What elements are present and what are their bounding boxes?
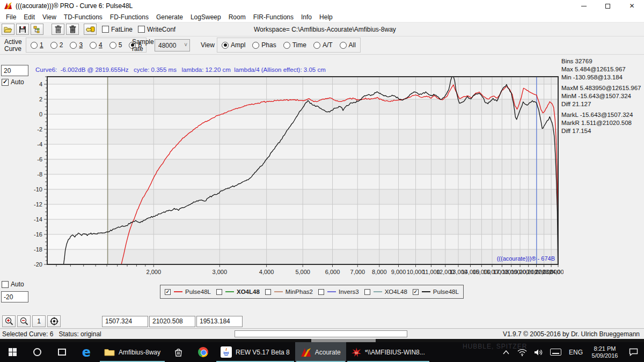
view-radio-time[interactable]: Time — [283, 41, 306, 49]
acourate-window: (((acourate)))® PRO - Curve 6: Pulse48L … — [0, 0, 644, 362]
legend-checkbox[interactable] — [364, 289, 370, 295]
stats-group: Bins 32769Max 5.484@12615.967Min -130.95… — [561, 57, 643, 82]
y-max-input[interactable]: 20 — [1, 65, 28, 76]
mark-width-value[interactable]: 19513.184 — [196, 316, 243, 327]
menu-item-help[interactable]: Help — [316, 12, 336, 22]
hand-icon — [86, 26, 95, 33]
cortana-search-button[interactable] — [25, 342, 49, 362]
delete-all-curves-button[interactable] — [66, 24, 79, 35]
menu-item-info[interactable]: Info — [297, 12, 316, 22]
view-radio-at[interactable]: A/T — [313, 41, 333, 49]
open-file-button[interactable] — [2, 24, 14, 35]
view-radio-ampl[interactable]: Ampl — [222, 41, 245, 49]
acourate-icon — [301, 348, 311, 357]
workspace-path-label: Workspace= C:\Amfibius-Acourate\Amfibius… — [254, 26, 396, 33]
close-button[interactable]: ✕ — [620, 0, 644, 12]
zoom-in-button[interactable] — [2, 315, 16, 327]
svg-text:-14: -14 — [34, 216, 42, 223]
tray-chevron-button[interactable] — [498, 342, 514, 362]
taskbar-item-rew[interactable]: REW V5.17 Beta 8 — [215, 342, 295, 362]
frequency-response-chart[interactable]: 2,0003,0004,0005,0006,0007,0008,0009,000… — [21, 75, 564, 285]
taskbar-item-amfibius-folder[interactable]: Amfibius-8way — [99, 342, 166, 362]
radio-icon — [70, 42, 77, 49]
stats-line: Diff 21.127 — [561, 100, 643, 108]
svg-text:5,000: 5,000 — [295, 269, 310, 275]
fatline-label: FatLine — [111, 26, 133, 33]
curve-radio-4[interactable]: 4 — [90, 41, 103, 49]
curve-radio-5[interactable]: 5 — [109, 41, 122, 49]
svg-text:4: 4 — [39, 81, 42, 87]
edge-browser-button[interactable]: e — [74, 342, 99, 362]
menu-item-fir-functions[interactable]: FIR-Functions — [250, 12, 297, 22]
taskbar-item-amfibius-win8[interactable]: 64 *\\AMFIBIUS-WIN8... — [346, 342, 430, 362]
legend-label: XO4L48 — [385, 289, 407, 295]
stats-line: Bins 32769 — [561, 57, 643, 65]
clock-button[interactable]: 8:21 PM 5/09/2016 — [587, 342, 623, 362]
minimize-button[interactable] — [572, 0, 596, 12]
legend-checkbox[interactable] — [413, 289, 419, 295]
touch-keyboard-button[interactable] — [546, 342, 565, 362]
task-view-button[interactable] — [49, 342, 74, 362]
curve-radio-2[interactable]: 2 — [50, 41, 63, 49]
stats-group: MaxM 5.483950@12615.967MinM -15.643@1507… — [561, 84, 643, 108]
clock-time: 8:21 PM — [592, 345, 618, 352]
stats-group: MarkL -15.643@1507.324MarkR 1.511@21020.… — [561, 111, 643, 135]
chrome-browser-button[interactable] — [191, 342, 215, 362]
status-text: Selected Curve: 6 Status: original — [2, 330, 101, 338]
legend-checkbox[interactable] — [216, 289, 222, 295]
volume-button[interactable] — [530, 342, 546, 362]
menu-item-fd-functions[interactable]: FD-Functions — [106, 12, 152, 22]
taskbar-item-label: Acourate — [315, 349, 341, 356]
marker-target-button[interactable] — [47, 315, 61, 327]
start-button[interactable] — [0, 342, 25, 362]
wifi-button[interactable] — [514, 342, 530, 362]
menu-item-generate[interactable]: Generate — [152, 12, 187, 22]
taskbar-item-acourate[interactable]: Acourate — [295, 342, 346, 362]
view-radio-all[interactable]: All — [340, 41, 356, 49]
delete-curve-button[interactable] — [52, 24, 64, 35]
y-min-auto-label: Auto — [11, 280, 24, 288]
menu-item-file[interactable]: File — [2, 12, 20, 22]
legend-item: Pulse48L — [165, 289, 211, 295]
chevron-up-icon — [503, 350, 509, 354]
clock-date: 5/09/2016 — [592, 352, 618, 359]
legend-checkbox[interactable] — [165, 289, 171, 295]
sample-rate-select[interactable]: 48000 ˅ — [155, 39, 190, 51]
active-curve-group: 123456 — [26, 38, 147, 53]
maximize-button[interactable] — [596, 0, 620, 12]
target-icon — [50, 317, 58, 326]
view-radio-phas[interactable]: Phas — [252, 41, 276, 49]
legend-item: Pulse48L — [413, 289, 459, 295]
stats-line: Min -130.958@13.184 — [561, 73, 643, 82]
curve-radio-3[interactable]: 3 — [70, 41, 83, 49]
fatline-checkbox[interactable] — [102, 26, 109, 33]
y-min-input[interactable]: -20 — [1, 291, 28, 302]
menu-item-td-functions[interactable]: TD-Functions — [60, 12, 106, 22]
mark-right-value[interactable]: 21020.508 — [149, 316, 195, 327]
curve-manager-button[interactable] — [31, 24, 43, 35]
svg-text:4,000: 4,000 — [259, 269, 274, 275]
y-min-auto-checkbox[interactable] — [2, 281, 9, 288]
legend-checkbox[interactable] — [318, 289, 324, 295]
test-convolution-button[interactable] — [84, 24, 97, 35]
legend-checkbox[interactable] — [265, 289, 271, 295]
radio-icon — [90, 42, 97, 49]
svg-text:(((acourate)))® - 674B: (((acourate)))® - 674B — [497, 255, 555, 262]
menu-item-logsweep[interactable]: LogSweep — [187, 12, 225, 22]
curve-radio-1[interactable]: 1 — [31, 41, 43, 49]
zoom-reset-button[interactable]: 1 — [32, 315, 46, 327]
menu-item-view[interactable]: View — [39, 12, 60, 22]
mark-left-value[interactable]: 1507.324 — [102, 316, 148, 327]
windows-store-button[interactable] — [166, 342, 191, 362]
maximize-icon — [605, 4, 610, 9]
legend-item: XO4L48 — [216, 289, 260, 295]
zoom-out-button[interactable] — [17, 315, 31, 327]
menu-item-edit[interactable]: Edit — [20, 12, 39, 22]
language-button[interactable]: ENG — [565, 342, 587, 362]
save-file-button[interactable] — [16, 24, 29, 35]
writeconf-label: WriteConf — [147, 26, 175, 33]
y-max-auto-checkbox[interactable] — [2, 79, 9, 86]
action-center-button[interactable] — [623, 342, 644, 362]
writeconf-checkbox[interactable] — [138, 26, 145, 33]
menu-item-room[interactable]: Room — [225, 12, 250, 22]
